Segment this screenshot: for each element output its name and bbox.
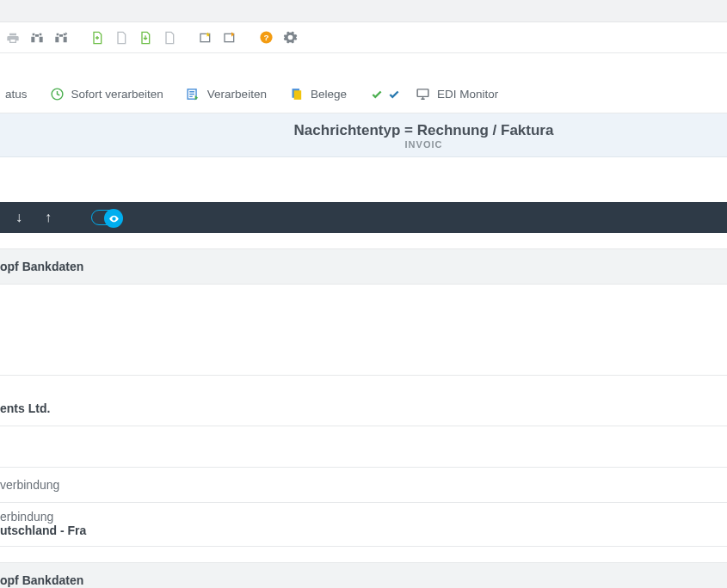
doc-blank-icon[interactable] — [114, 30, 129, 46]
documents-label: Belege — [311, 88, 347, 101]
connection-country-row: erbindung utschland - Fra — [0, 503, 727, 547]
svg-rect-8 — [418, 89, 429, 97]
process-now-icon — [50, 87, 65, 102]
message-type-code: INVOIC — [5, 139, 722, 150]
action-row: atus Sofort verarbeiten Verarbeiten Bele… — [0, 76, 727, 113]
process-now-action[interactable]: Sofort verarbeiten — [50, 87, 163, 102]
doc-add-icon[interactable] — [89, 30, 105, 46]
documents-action[interactable]: Belege — [289, 87, 347, 102]
check-green-icon — [369, 87, 385, 102]
visibility-toggle[interactable] — [91, 210, 122, 225]
print-icon[interactable] — [5, 30, 21, 46]
section-bank-header-1: opf Bankdaten — [0, 248, 727, 285]
window-star-icon[interactable] — [198, 30, 213, 46]
doc-blank2-icon[interactable] — [162, 30, 177, 46]
company-row: ents Ltd. — [0, 391, 727, 426]
edi-monitor-label: EDI Monitor — [437, 88, 498, 101]
checkmarks-action[interactable] — [369, 87, 402, 102]
collapse-up-icon[interactable]: ↑ — [45, 210, 52, 225]
window-chrome — [0, 0, 727, 22]
binoculars-icon[interactable] — [29, 30, 45, 46]
status-label: atus — [5, 88, 28, 101]
settings-icon[interactable] — [282, 30, 298, 46]
svg-text:?: ? — [263, 33, 268, 42]
message-type-title: Nachrichtentyp = Rechnung / Faktura — [5, 122, 722, 139]
process-icon — [186, 87, 201, 102]
svg-rect-7 — [294, 90, 302, 100]
binoculars-next-icon[interactable] — [53, 30, 69, 46]
process-now-label: Sofort verarbeiten — [71, 88, 163, 101]
documents-icon — [289, 87, 305, 102]
process-action[interactable]: Verarbeiten — [186, 87, 267, 102]
eye-icon — [104, 209, 123, 228]
section-bank-header-2: opf Bankdaten — [0, 562, 727, 588]
doc-down-icon[interactable] — [138, 30, 153, 46]
connection-row: verbindung — [0, 468, 727, 503]
check-blue-icon — [386, 87, 402, 102]
monitor-icon — [416, 87, 431, 102]
detail-toolbar: ↓ ↑ — [0, 202, 727, 233]
message-type-header: Nachrichtentyp = Rechnung / Faktura INVO… — [0, 113, 727, 157]
status-action[interactable]: atus — [5, 88, 28, 101]
collapse-down-icon[interactable]: ↓ — [15, 210, 22, 225]
app-toolbar: ? — [0, 22, 727, 53]
connection-value: utschland - Fra — [0, 524, 722, 537]
help-icon[interactable]: ? — [258, 30, 274, 46]
process-label: Verarbeiten — [207, 88, 267, 101]
connection-label: erbindung — [0, 510, 722, 524]
window-arrow-icon[interactable] — [222, 30, 237, 46]
detail-content: opf Bankdaten ents Ltd. verbindung erbin… — [0, 233, 727, 588]
edi-monitor-action[interactable]: EDI Monitor — [416, 87, 498, 102]
